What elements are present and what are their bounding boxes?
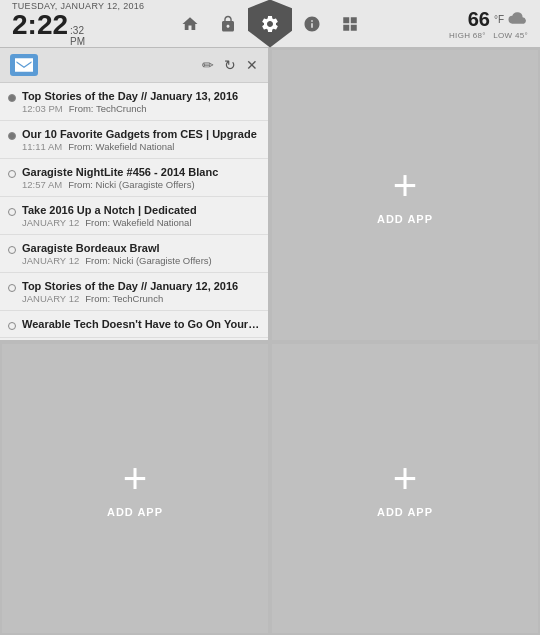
email-meta: 12:03 PM From: TechCrunch — [22, 103, 260, 114]
email-header-actions: ✏ ↻ ✕ — [202, 57, 258, 73]
email-meta: 11:11 AM From: Wakefield National — [22, 141, 260, 152]
email-subject: Garagiste NightLite #456 - 2014 Blanc — [22, 166, 260, 178]
add-app-bottom-left[interactable]: + ADD APP — [0, 342, 270, 636]
email-from: From: Nicki (Garagiste Offers) — [68, 179, 195, 190]
email-from: From: Wakefield National — [85, 217, 191, 228]
email-item-2[interactable]: Garagiste NightLite #456 - 2014 Blanc 12… — [0, 159, 268, 197]
add-app-label: ADD APP — [107, 506, 163, 518]
email-item-4[interactable]: Garagiste Bordeaux Brawl JANUARY 12 From… — [0, 235, 268, 273]
temp-unit: °F — [494, 14, 504, 25]
email-body: Garagiste NightLite #456 - 2014 Blanc 12… — [22, 166, 260, 190]
temp-range: HIGH 68° LOW 45° — [449, 31, 528, 40]
read-dot — [8, 246, 16, 254]
email-time: 12:57 AM — [22, 179, 62, 190]
plus-icon: + — [123, 458, 148, 500]
gear-icon — [260, 14, 280, 34]
email-list: Top Stories of the Day // January 13, 20… — [0, 83, 268, 340]
email-meta: JANUARY 12 From: TechCrunch — [22, 293, 260, 304]
email-from: From: TechCrunch — [69, 103, 147, 114]
time-ampm: :32 PM — [70, 25, 85, 47]
datetime-section: TUESDAY, JANUARY 12, 2016 2:22 :32 PM — [12, 1, 144, 47]
temp-high: HIGH 68° — [449, 31, 486, 40]
weather-section: 66 °F HIGH 68° LOW 45° — [448, 8, 528, 40]
email-header: ✏ ↻ ✕ — [0, 48, 268, 83]
time-display: 2:22 — [12, 11, 68, 39]
read-dot — [8, 322, 16, 330]
email-meta: 12:57 AM From: Nicki (Garagiste Offers) — [22, 179, 260, 190]
email-subject: Top Stories of the Day // January 13, 20… — [22, 90, 260, 102]
email-from: From: Wakefield National — [68, 141, 174, 152]
time-minutes: :32 — [70, 25, 85, 36]
home-icon — [181, 15, 199, 33]
email-body: Our 10 Favorite Gadgets from CES | Upgra… — [22, 128, 260, 152]
plus-icon: + — [393, 165, 418, 207]
email-time: 11:11 AM — [22, 141, 62, 152]
email-panel: ✏ ↻ ✕ Top Stories of the Day // January … — [0, 48, 270, 342]
email-subject: Take 2016 Up a Notch | Dedicated — [22, 204, 260, 216]
cloud-icon — [508, 12, 528, 26]
grid-icon — [341, 15, 359, 33]
close-icon[interactable]: ✕ — [246, 57, 258, 73]
add-app-top-right[interactable]: + ADD APP — [270, 48, 540, 342]
compose-icon[interactable]: ✏ — [202, 57, 214, 73]
email-time: JANUARY 12 — [22, 293, 79, 304]
temperature: 66 — [468, 8, 490, 31]
main-content: ✏ ↻ ✕ Top Stories of the Day // January … — [0, 48, 540, 635]
email-subject: Our 10 Favorite Gadgets from CES | Upgra… — [22, 128, 260, 140]
email-body: Top Stories of the Day // January 12, 20… — [22, 280, 260, 304]
email-item-6[interactable]: Wearable Tech Doesn't Have to Go On Your… — [0, 311, 268, 338]
email-from: From: TechCrunch — [85, 293, 163, 304]
grid-nav-icon[interactable] — [332, 6, 368, 42]
envelope-icon — [15, 58, 33, 72]
add-app-label: ADD APP — [377, 506, 433, 518]
time-period: PM — [70, 36, 85, 47]
info-nav-icon[interactable] — [294, 6, 330, 42]
email-meta: JANUARY 12 From: Nicki (Garagiste Offers… — [22, 255, 260, 266]
refresh-icon[interactable]: ↻ — [224, 57, 236, 73]
unread-dot — [8, 94, 16, 102]
lock-nav-icon[interactable] — [210, 6, 246, 42]
lock-icon — [219, 15, 237, 33]
read-dot — [8, 208, 16, 216]
add-app-label: ADD APP — [377, 213, 433, 225]
email-meta: JANUARY 12 From: Wakefield National — [22, 217, 260, 228]
email-body: Garagiste Bordeaux Brawl JANUARY 12 From… — [22, 242, 260, 266]
read-dot — [8, 170, 16, 178]
shield-shape — [248, 0, 292, 48]
email-subject: Wearable Tech Doesn't Have to Go On Your… — [22, 318, 260, 330]
read-dot — [8, 284, 16, 292]
email-time: JANUARY 12 — [22, 255, 79, 266]
nav-icons — [172, 0, 368, 48]
email-body: Take 2016 Up a Notch | Dedicated JANUARY… — [22, 204, 260, 228]
email-item-3[interactable]: Take 2016 Up a Notch | Dedicated JANUARY… — [0, 197, 268, 235]
email-time: 12:03 PM — [22, 103, 63, 114]
email-item-1[interactable]: Our 10 Favorite Gadgets from CES | Upgra… — [0, 121, 268, 159]
email-time: JANUARY 12 — [22, 217, 79, 228]
email-item-5[interactable]: Top Stories of the Day // January 12, 20… — [0, 273, 268, 311]
email-body: Top Stories of the Day // January 13, 20… — [22, 90, 260, 114]
email-item-0[interactable]: Top Stories of the Day // January 13, 20… — [0, 83, 268, 121]
email-from: From: Nicki (Garagiste Offers) — [85, 255, 212, 266]
gear-nav-icon[interactable] — [248, 0, 292, 48]
home-nav-icon[interactable] — [172, 6, 208, 42]
info-icon — [303, 15, 321, 33]
add-app-bottom-right[interactable]: + ADD APP — [270, 342, 540, 636]
temp-low: LOW 45° — [493, 31, 528, 40]
email-subject: Top Stories of the Day // January 12, 20… — [22, 280, 260, 292]
plus-icon: + — [393, 458, 418, 500]
unread-dot — [8, 132, 16, 140]
email-app-icon — [10, 54, 38, 76]
top-bar: TUESDAY, JANUARY 12, 2016 2:22 :32 PM — [0, 0, 540, 48]
email-subject: Garagiste Bordeaux Brawl — [22, 242, 260, 254]
email-body: Wearable Tech Doesn't Have to Go On Your… — [22, 318, 260, 331]
